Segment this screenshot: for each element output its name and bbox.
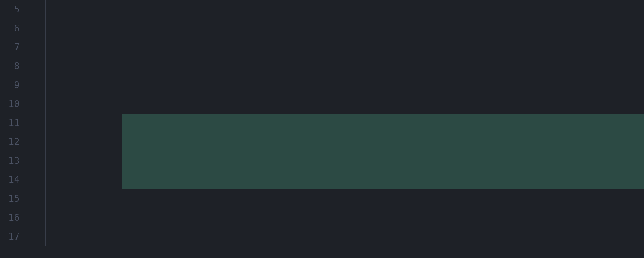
line-number: 11 — [0, 114, 20, 132]
line-number: 8 — [0, 57, 20, 76]
injected-language-highlight — [122, 114, 644, 189]
line-number: 16 — [0, 208, 20, 227]
indent-guide — [73, 19, 73, 227]
line-number: 10 — [0, 95, 20, 114]
line-number: 9 — [0, 76, 20, 95]
code-editor[interactable]: 5 6 7 8 9 10 11 12 13 14 15 16 17 public… — [0, 0, 644, 258]
line-number: 6 — [0, 19, 20, 38]
code-content: public class Main { @Language("HTML") pr… — [26, 208, 644, 258]
line-number: 13 — [0, 151, 20, 170]
line-number: 14 — [0, 170, 20, 189]
line-number: 12 — [0, 132, 20, 151]
line-number: 7 — [0, 38, 20, 57]
indent-guide — [101, 95, 101, 208]
line-number: 15 — [0, 189, 20, 208]
line-number: 17 — [0, 227, 20, 246]
code-area[interactable]: public class Main { @Language("HTML") pr… — [26, 0, 644, 258]
line-number: 5 — [0, 0, 20, 19]
gutter: 5 6 7 8 9 10 11 12 13 14 15 16 17 — [0, 0, 26, 258]
